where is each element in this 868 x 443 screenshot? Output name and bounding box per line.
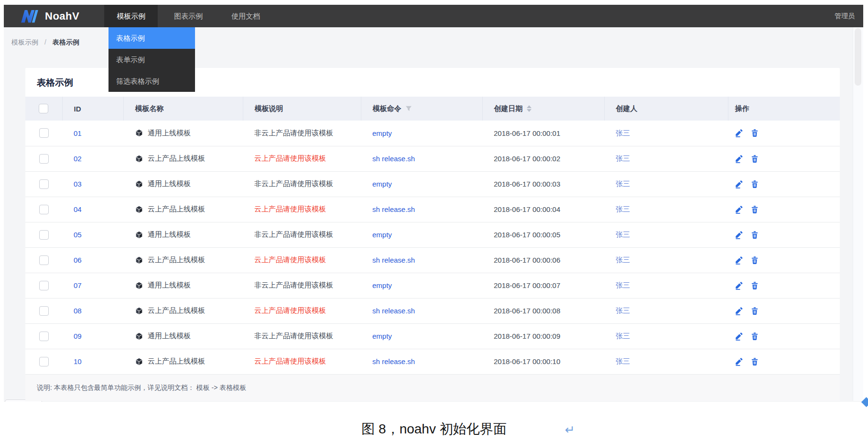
- edit-pencil-icon[interactable]: [735, 205, 743, 214]
- breadcrumb: 模板示例 / 表格示例: [11, 38, 79, 47]
- row-checkbox[interactable]: [39, 306, 49, 316]
- template-desc: 云上产品请使用该模板: [254, 154, 326, 162]
- row-checkbox[interactable]: [39, 357, 49, 366]
- creator-link[interactable]: 张三: [616, 205, 630, 213]
- row-checkbox[interactable]: [39, 128, 49, 138]
- package-cube-icon: [135, 155, 143, 163]
- breadcrumb-item-template-examples[interactable]: 模板示例: [11, 38, 38, 46]
- noahv-logo[interactable]: NoahV: [19, 5, 79, 27]
- row-id-link[interactable]: 10: [74, 357, 82, 365]
- row-checkbox[interactable]: [39, 281, 49, 290]
- trash-icon[interactable]: [750, 307, 759, 315]
- window-scrollbar[interactable]: [853, 27, 863, 401]
- template-desc: 云上产品请使用该模板: [254, 357, 326, 365]
- row-id-link[interactable]: 03: [74, 180, 82, 188]
- creator-link[interactable]: 张三: [616, 281, 630, 289]
- row-id-link[interactable]: 04: [74, 205, 82, 213]
- user-menu[interactable]: 管理员: [835, 5, 863, 27]
- template-cmd-link[interactable]: empty: [372, 281, 392, 289]
- dropdown-item-filter-table-example[interactable]: 筛选表格示例: [108, 70, 195, 92]
- template-name: 云上产品上线模板: [148, 255, 205, 265]
- trash-icon[interactable]: [750, 129, 759, 137]
- create-date: 2018-06-17 00:00:09: [494, 332, 560, 340]
- nav-tab-docs[interactable]: 使用文档: [219, 5, 272, 27]
- template-cmd-link[interactable]: empty: [372, 332, 392, 340]
- row-id-link[interactable]: 02: [74, 155, 82, 163]
- breadcrumb-separator: /: [44, 38, 46, 46]
- table-header-row: ID 模板名称 模板说明 模板命令 创建日期: [25, 97, 840, 121]
- template-cmd-link[interactable]: sh release.sh: [372, 155, 415, 163]
- edit-pencil-icon[interactable]: [735, 180, 743, 188]
- creator-link[interactable]: 张三: [616, 357, 630, 365]
- creator-link[interactable]: 张三: [616, 154, 630, 162]
- trash-icon[interactable]: [750, 180, 759, 188]
- sort-carets-icon[interactable]: [527, 105, 532, 112]
- edit-pencil-icon[interactable]: [735, 129, 743, 137]
- creator-link[interactable]: 张三: [616, 129, 630, 137]
- template-cmd-link[interactable]: sh release.sh: [372, 307, 415, 315]
- creator-link[interactable]: 张三: [616, 230, 630, 238]
- paragraph-return-mark: ↵: [565, 423, 575, 437]
- row-checkbox[interactable]: [39, 255, 49, 265]
- trash-icon[interactable]: [750, 256, 759, 265]
- package-cube-icon: [135, 205, 143, 214]
- create-date: 2018-06-17 00:00:07: [494, 281, 560, 289]
- template-desc: 非云上产品请使用该模板: [254, 332, 333, 340]
- template-desc: 非云上产品请使用该模板: [254, 129, 333, 137]
- edit-pencil-icon[interactable]: [735, 332, 743, 341]
- package-cube-icon: [135, 231, 143, 239]
- filter-funnel-icon[interactable]: [405, 105, 412, 112]
- edit-pencil-icon[interactable]: [735, 155, 743, 163]
- trash-icon[interactable]: [750, 281, 759, 290]
- trash-icon[interactable]: [750, 231, 759, 239]
- row-id-link[interactable]: 01: [74, 129, 82, 137]
- scrollbar-thumb[interactable]: [855, 28, 861, 86]
- row-id-link[interactable]: 06: [74, 256, 82, 264]
- table-row: 05 通用上线模板 非云上产品请使用该模板 empty 2018-06-17 0…: [25, 222, 840, 247]
- dropdown-item-table-example[interactable]: 表格示例: [108, 27, 195, 49]
- template-cmd-link[interactable]: empty: [372, 180, 392, 188]
- edit-pencil-icon[interactable]: [735, 307, 743, 315]
- creator-link[interactable]: 张三: [616, 306, 630, 314]
- row-checkbox[interactable]: [39, 230, 49, 240]
- trash-icon[interactable]: [750, 332, 759, 341]
- row-checkbox[interactable]: [39, 179, 49, 189]
- creator-link[interactable]: 张三: [616, 255, 630, 264]
- row-checkbox[interactable]: [39, 154, 49, 164]
- template-cmd-link[interactable]: empty: [372, 231, 392, 239]
- edit-pencil-icon[interactable]: [735, 357, 743, 366]
- row-id-link[interactable]: 09: [74, 332, 82, 340]
- trash-icon[interactable]: [750, 357, 759, 366]
- edit-pencil-icon[interactable]: [735, 256, 743, 265]
- edit-pencil-icon[interactable]: [735, 231, 743, 239]
- template-cmd-link[interactable]: sh release.sh: [372, 256, 415, 264]
- row-checkbox[interactable]: [39, 205, 49, 214]
- nav-tab-template-examples[interactable]: 模板示例: [104, 5, 158, 27]
- template-desc: 云上产品请使用该模板: [254, 205, 326, 213]
- trash-icon[interactable]: [750, 205, 759, 214]
- trash-icon[interactable]: [750, 155, 759, 163]
- row-checkbox[interactable]: [39, 332, 49, 341]
- dropdown-item-form-example[interactable]: 表单示例: [108, 49, 195, 70]
- package-cube-icon: [135, 129, 143, 137]
- template-cmd-link[interactable]: sh release.sh: [372, 205, 415, 213]
- nav-tab-chart-examples[interactable]: 图表示例: [162, 5, 215, 27]
- edit-pencil-icon[interactable]: [735, 281, 743, 290]
- template-name: 通用上线模板: [148, 179, 191, 188]
- template-cmd-link[interactable]: sh release.sh: [372, 357, 415, 365]
- creator-link[interactable]: 张三: [616, 332, 630, 340]
- row-id-link[interactable]: 08: [74, 307, 82, 315]
- template-cmd-link[interactable]: empty: [372, 129, 392, 137]
- nav-menu: 模板示例 图表示例 使用文档: [104, 5, 276, 27]
- creator-link[interactable]: 张三: [616, 179, 630, 188]
- row-id-link[interactable]: 05: [74, 231, 82, 239]
- package-cube-icon: [135, 357, 143, 366]
- template-name: 云上产品上线模板: [148, 357, 205, 366]
- template-desc: 非云上产品请使用该模板: [254, 281, 333, 289]
- table-row: 07 通用上线模板 非云上产品请使用该模板 empty 2018-06-17 0…: [25, 273, 840, 298]
- table-row: 09 通用上线模板 非云上产品请使用该模板 empty 2018-06-17 0…: [25, 323, 840, 349]
- template-name: 云上产品上线模板: [148, 154, 205, 163]
- select-all-checkbox[interactable]: [39, 104, 48, 113]
- create-date: 2018-06-17 00:00:01: [494, 129, 560, 137]
- row-id-link[interactable]: 07: [74, 281, 82, 289]
